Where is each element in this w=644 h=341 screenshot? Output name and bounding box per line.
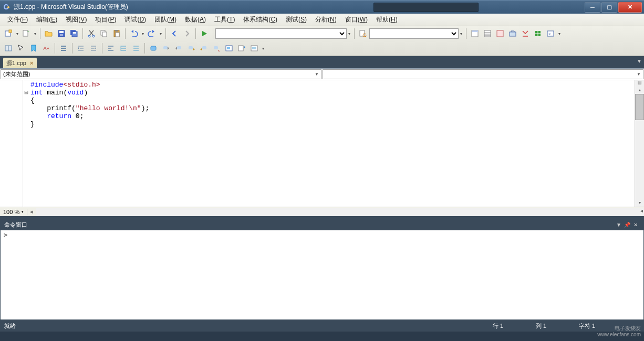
minimize-button[interactable] <box>585 2 600 13</box>
pin-icon[interactable]: 📌 <box>623 222 631 228</box>
menu-h[interactable]: 帮助(H) <box>372 14 402 25</box>
solution-explorer-button[interactable] <box>469 28 481 39</box>
bookmark-toggle-button[interactable] <box>148 42 159 54</box>
menu-e[interactable]: 编辑(E) <box>32 14 61 25</box>
toggle-view-button[interactable] <box>3 42 14 54</box>
toolbar2-overflow[interactable]: ▾ <box>261 42 266 54</box>
menu-a[interactable]: 数据(A) <box>181 14 210 25</box>
separator <box>72 43 72 54</box>
undo-button[interactable] <box>128 28 140 39</box>
menu-t[interactable]: 工具(T) <box>210 14 239 25</box>
hscroll-left-arrow-icon[interactable]: ◂ <box>27 208 36 215</box>
separator <box>466 28 466 39</box>
scroll-down-arrow-icon[interactable]: ▾ <box>635 200 644 207</box>
extension-manager-button[interactable] <box>532 28 544 39</box>
bookmark-prev-button[interactable] <box>160 42 172 54</box>
cut-button[interactable] <box>86 28 97 39</box>
chevron-down-icon: ▾ <box>22 210 24 214</box>
redo-button[interactable] <box>146 28 158 39</box>
scroll-thumb[interactable] <box>635 94 644 120</box>
outline-column[interactable]: ⊟ <box>23 80 29 207</box>
tab-source1-cpp[interactable]: 源1.cpp ✕ <box>3 58 37 68</box>
command-window-body[interactable]: > <box>0 230 644 320</box>
titlebar: 源1.cpp - Microsoft Visual Studio(管理员) <box>0 0 644 14</box>
menu-p[interactable]: 项目(P) <box>91 14 120 25</box>
indent-decrease-button[interactable] <box>75 42 87 54</box>
cursor-select-button[interactable] <box>15 42 27 54</box>
menu-v[interactable]: 视图(V) <box>61 14 91 25</box>
separator <box>144 43 145 54</box>
menu-n[interactable]: 分析(N) <box>311 14 341 25</box>
zoom-value: 100 % <box>3 209 19 215</box>
separator <box>40 28 40 39</box>
find-combo-dd[interactable]: ▾ <box>459 28 464 39</box>
bookmark-prev-folder-button[interactable] <box>185 42 197 54</box>
redo-dropdown[interactable]: ▾ <box>158 28 163 39</box>
status-char: 字符 1 <box>579 322 616 330</box>
scope-combo[interactable]: (未知范围) ▼ <box>1 69 321 79</box>
menu-d[interactable]: 调试(D) <box>120 14 150 25</box>
add-item-button[interactable]: + <box>20 28 32 39</box>
svg-rect-32 <box>177 46 181 49</box>
horizontal-scrollbar[interactable] <box>36 208 644 216</box>
close-button[interactable] <box>618 2 642 13</box>
bookmark-next-button[interactable] <box>173 42 184 54</box>
code-content[interactable]: #include<stdio.h> int main(void) { print… <box>29 80 635 207</box>
find-in-files-button[interactable] <box>357 28 369 39</box>
tab-close-icon[interactable]: ✕ <box>29 60 34 66</box>
titlebar-search-box[interactable] <box>373 3 479 12</box>
menu-m[interactable]: 团队(M) <box>150 14 181 25</box>
new-project-button[interactable] <box>3 28 14 39</box>
new-project-dropdown[interactable]: ▾ <box>15 28 20 39</box>
window-controls <box>584 2 642 13</box>
save-button[interactable] <box>56 28 67 39</box>
save-all-button[interactable] <box>68 28 80 39</box>
tab-dropdown-icon[interactable]: ▼ <box>637 58 642 64</box>
solution-config-combo[interactable] <box>215 28 347 39</box>
indent-increase-button[interactable] <box>88 42 99 54</box>
add-item-dropdown[interactable]: ▾ <box>33 28 38 39</box>
start-page-button[interactable] <box>520 28 531 39</box>
uncomment-button[interactable] <box>130 42 142 54</box>
object-browser-button[interactable] <box>494 28 506 39</box>
separator <box>55 43 55 54</box>
copy-button[interactable] <box>98 28 110 39</box>
solution-config-dd[interactable]: ▾ <box>347 28 352 39</box>
menu-w[interactable]: 窗口(W) <box>341 14 372 25</box>
task-list-window-button[interactable] <box>248 42 260 54</box>
toolbar-overflow[interactable]: ▾ <box>557 28 562 39</box>
member-combo[interactable]: ▼ <box>323 69 643 79</box>
bookmark-next-folder-button[interactable] <box>198 42 210 54</box>
navigate-back-button[interactable] <box>169 28 180 39</box>
command-window-button[interactable]: >_ <box>545 28 556 39</box>
panel-dropdown-icon[interactable]: ▼ <box>615 222 623 228</box>
comment-button[interactable] <box>118 42 129 54</box>
align-left-button[interactable] <box>105 42 117 54</box>
vertical-scrollbar[interactable]: ▤ ▴ ▾ <box>635 80 644 207</box>
bookmark-window-button[interactable] <box>223 42 235 54</box>
list-view-button[interactable] <box>58 42 69 54</box>
properties-window-button[interactable] <box>482 28 493 39</box>
undo-dropdown[interactable]: ▾ <box>140 28 146 39</box>
find-combo[interactable] <box>369 28 459 39</box>
text-aa-button[interactable]: A» <box>40 42 52 54</box>
menu-c[interactable]: 体系结构(C) <box>239 14 282 25</box>
code-editor[interactable]: ⊟ #include<stdio.h> int main(void) { pri… <box>0 80 644 207</box>
zoom-combo[interactable]: 100 % ▾ <box>0 209 27 215</box>
start-debug-button[interactable] <box>199 28 210 39</box>
maximize-button[interactable] <box>601 2 617 13</box>
panel-close-icon[interactable]: ✕ <box>631 222 640 228</box>
navigate-forward-button[interactable] <box>181 28 193 39</box>
scroll-split-icon[interactable]: ▤ <box>635 80 644 88</box>
bookmark-button[interactable] <box>28 42 39 54</box>
toolbox-button[interactable] <box>507 28 518 39</box>
paste-button[interactable] <box>111 28 122 39</box>
open-button[interactable] <box>43 28 55 39</box>
task-list-add-button[interactable] <box>236 42 247 54</box>
bookmark-clear-button[interactable] <box>211 42 222 54</box>
svg-rect-7 <box>60 34 63 36</box>
menu-s[interactable]: 测试(S) <box>282 14 311 25</box>
menu-f[interactable]: 文件(F) <box>3 14 32 25</box>
svg-rect-6 <box>59 31 64 33</box>
scroll-up-arrow-icon[interactable]: ▴ <box>635 88 644 94</box>
